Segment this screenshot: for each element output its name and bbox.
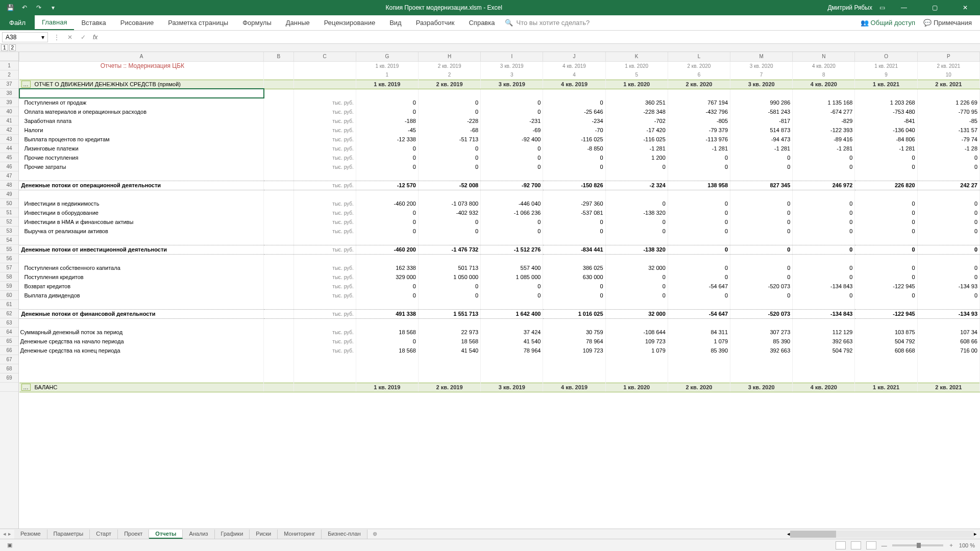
cell[interactable] bbox=[855, 373, 917, 383]
cell[interactable] bbox=[264, 254, 293, 263]
cell[interactable] bbox=[19, 300, 264, 309]
cell[interactable] bbox=[264, 61, 293, 70]
save-icon[interactable]: 💾 bbox=[5, 3, 15, 13]
column-header[interactable]: A bbox=[19, 52, 264, 61]
cell[interactable] bbox=[19, 254, 264, 263]
name-box[interactable]: A38▾ bbox=[2, 32, 48, 42]
data-cell[interactable]: -25 646 bbox=[543, 107, 605, 116]
data-cell[interactable]: 0 bbox=[418, 217, 480, 227]
cell[interactable] bbox=[543, 318, 605, 328]
cell[interactable] bbox=[668, 89, 730, 98]
cell[interactable] bbox=[668, 373, 730, 383]
data-cell[interactable]: 0 bbox=[730, 227, 793, 236]
cell[interactable] bbox=[543, 364, 605, 373]
cell[interactable] bbox=[605, 318, 668, 328]
cell[interactable] bbox=[264, 80, 293, 89]
cell[interactable] bbox=[605, 364, 668, 373]
cell[interactable] bbox=[418, 318, 480, 328]
data-cell[interactable]: 0 bbox=[917, 217, 979, 227]
cancel-formula-icon[interactable]: ✕ bbox=[63, 34, 77, 41]
subtotal-cell[interactable]: -138 320 bbox=[605, 245, 668, 254]
data-cell[interactable]: 0 bbox=[481, 144, 543, 153]
row-header[interactable]: 53 bbox=[0, 227, 18, 236]
data-cell[interactable]: 0 bbox=[917, 227, 979, 236]
data-cell[interactable]: 0 bbox=[481, 217, 543, 227]
subtotal-cell[interactable]: 246 972 bbox=[793, 181, 855, 190]
data-cell[interactable]: 109 723 bbox=[543, 346, 605, 355]
row-header[interactable]: 46 bbox=[0, 162, 18, 171]
row-header[interactable]: 58 bbox=[0, 272, 18, 282]
scroll-right-icon[interactable]: ▸ bbox=[974, 531, 977, 537]
cell[interactable] bbox=[264, 89, 293, 98]
row-header[interactable]: 60 bbox=[0, 291, 18, 300]
subtotal-cell[interactable]: -1 476 732 bbox=[418, 245, 480, 254]
data-cell[interactable]: 0 bbox=[793, 227, 855, 236]
data-cell[interactable]: 716 00 bbox=[917, 346, 979, 355]
cell[interactable] bbox=[19, 190, 264, 199]
cell[interactable] bbox=[264, 236, 293, 245]
row-header[interactable]: 63 bbox=[0, 318, 18, 328]
data-cell[interactable]: 767 194 bbox=[668, 98, 730, 107]
cell[interactable] bbox=[293, 80, 356, 89]
data-cell[interactable]: 0 bbox=[730, 199, 793, 208]
column-header[interactable]: L bbox=[668, 52, 730, 61]
data-cell[interactable]: 0 bbox=[605, 282, 668, 291]
cell[interactable] bbox=[605, 373, 668, 383]
row-header[interactable]: 48 bbox=[0, 181, 18, 190]
data-cell[interactable]: 501 713 bbox=[418, 263, 480, 272]
sheet-tab-параметры[interactable]: Параметры bbox=[47, 530, 90, 539]
data-cell[interactable]: 1 200 bbox=[605, 153, 668, 162]
data-cell[interactable]: -79 379 bbox=[668, 126, 730, 135]
data-cell[interactable]: 18 568 bbox=[356, 346, 418, 355]
data-cell[interactable]: 0 bbox=[917, 208, 979, 217]
cell[interactable] bbox=[543, 373, 605, 383]
data-cell[interactable]: 0 bbox=[543, 153, 605, 162]
data-cell[interactable]: 41 540 bbox=[418, 346, 480, 355]
data-cell[interactable]: -68 bbox=[418, 126, 480, 135]
cell[interactable] bbox=[264, 355, 293, 364]
row-header[interactable]: 39 bbox=[0, 98, 18, 107]
data-cell[interactable]: 37 424 bbox=[481, 328, 543, 337]
cell[interactable] bbox=[481, 254, 543, 263]
selected-cell[interactable] bbox=[19, 89, 264, 98]
data-cell[interactable]: 112 129 bbox=[793, 328, 855, 337]
row-header[interactable]: 49 bbox=[0, 190, 18, 199]
subtotal-cell[interactable]: -52 008 bbox=[418, 181, 480, 190]
cell[interactable] bbox=[855, 236, 917, 245]
sheet-tab-резюме[interactable]: Резюме bbox=[14, 530, 47, 539]
column-header[interactable]: O bbox=[855, 52, 917, 61]
data-cell[interactable]: 0 bbox=[855, 162, 917, 171]
normal-view-button[interactable] bbox=[836, 541, 846, 549]
cell[interactable] bbox=[264, 190, 293, 199]
subtotal-cell[interactable]: 0 bbox=[855, 245, 917, 254]
cell[interactable] bbox=[543, 89, 605, 98]
cell[interactable] bbox=[730, 355, 793, 364]
subtotal-cell[interactable]: -12 570 bbox=[356, 181, 418, 190]
data-cell[interactable]: -753 480 bbox=[855, 107, 917, 116]
cell[interactable] bbox=[481, 89, 543, 98]
cell[interactable] bbox=[19, 373, 264, 383]
data-cell[interactable]: 0 bbox=[855, 217, 917, 227]
data-cell[interactable]: 0 bbox=[668, 162, 730, 171]
cell[interactable] bbox=[855, 190, 917, 199]
cell[interactable] bbox=[855, 89, 917, 98]
column-header[interactable]: C bbox=[293, 52, 356, 61]
cell[interactable] bbox=[418, 190, 480, 199]
data-cell[interactable]: 0 bbox=[356, 98, 418, 107]
cell[interactable] bbox=[605, 171, 668, 181]
data-cell[interactable]: 0 bbox=[917, 263, 979, 272]
data-cell[interactable]: 18 568 bbox=[418, 337, 480, 346]
tab-layout[interactable]: Разметка страницы bbox=[161, 15, 235, 30]
cell[interactable] bbox=[264, 227, 293, 236]
page-layout-view-button[interactable] bbox=[851, 541, 861, 549]
data-cell[interactable]: 0 bbox=[481, 227, 543, 236]
cell[interactable] bbox=[730, 373, 793, 383]
sheet-tab-мониторинг[interactable]: Мониторинг bbox=[278, 530, 322, 539]
data-cell[interactable]: -770 95 bbox=[917, 107, 979, 116]
data-cell[interactable]: 0 bbox=[668, 227, 730, 236]
cell[interactable] bbox=[19, 171, 264, 181]
data-cell[interactable]: 307 273 bbox=[730, 328, 793, 337]
data-cell[interactable]: -702 bbox=[605, 116, 668, 126]
data-cell[interactable]: -131 57 bbox=[917, 126, 979, 135]
data-cell[interactable]: 0 bbox=[356, 162, 418, 171]
